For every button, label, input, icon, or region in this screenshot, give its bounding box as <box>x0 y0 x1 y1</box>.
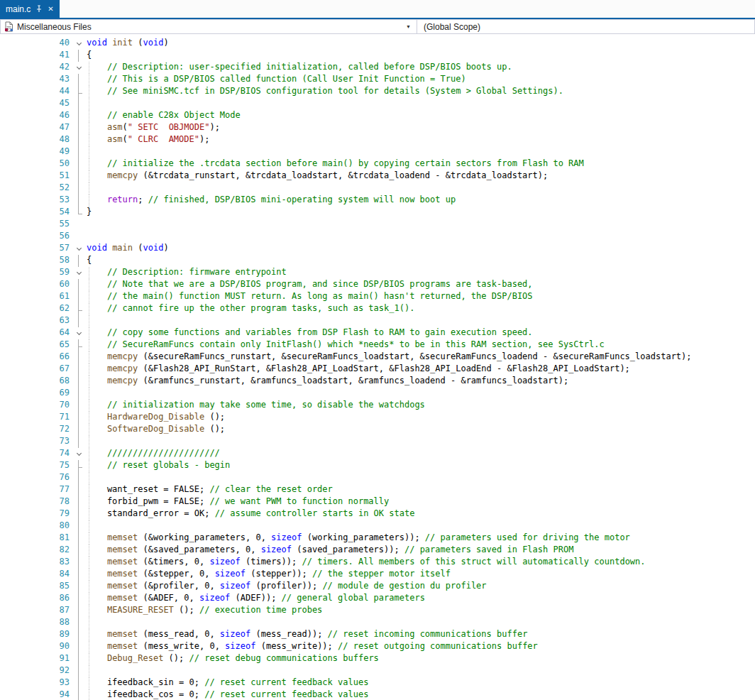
indent-guide <box>89 532 89 545</box>
line-number: 67 <box>0 363 72 376</box>
code-text: want_reset = FALSE; // clear the reset o… <box>86 484 755 496</box>
indent-guide <box>89 376 89 388</box>
code-line[interactable]: 86 memset (&ADEF, 0, sizeof (ADEF)); // … <box>0 593 755 605</box>
code-line[interactable]: 56 <box>0 231 755 243</box>
indent-guide <box>89 110 89 122</box>
code-text: SoftwareDog_Disable (); <box>86 424 755 436</box>
code-line[interactable]: 88 <box>0 617 755 629</box>
code-line[interactable]: 65 // SecureRamFuncs contain only InitFl… <box>0 339 755 351</box>
line-number: 78 <box>0 496 72 508</box>
fold-chevron-icon[interactable] <box>72 38 86 50</box>
code-line[interactable]: 74 ////////////////////// <box>0 448 755 460</box>
code-line[interactable]: 87 MEASURE_RESET (); // execution time p… <box>0 605 755 617</box>
code-line[interactable]: 75 // reset globals - begin <box>0 460 755 472</box>
indent-guide <box>89 195 89 207</box>
code-line[interactable]: 82 memset (&saved_parameters, 0, sizeof … <box>0 545 755 557</box>
code-line[interactable]: 85 memset (&profiler, 0, sizeof (profile… <box>0 581 755 593</box>
code-line[interactable]: 69 <box>0 388 755 400</box>
line-number: 45 <box>0 98 72 110</box>
fold-guide <box>72 581 86 593</box>
code-line[interactable]: 48 asm(" CLRC AMODE"); <box>0 134 755 146</box>
line-number: 90 <box>0 641 72 653</box>
indent-guide <box>89 472 89 484</box>
code-line[interactable]: 54} <box>0 207 755 219</box>
line-number: 46 <box>0 110 72 122</box>
code-line[interactable]: 94 ifeedback_cos = 0; // reset current f… <box>0 689 755 700</box>
line-number: 74 <box>0 448 72 460</box>
code-line[interactable]: 45 <box>0 98 755 110</box>
code-line[interactable]: 72 SoftwareDog_Disable (); <box>0 424 755 436</box>
line-number: 72 <box>0 424 72 436</box>
indent-guide <box>89 267 89 279</box>
line-number: 56 <box>0 231 72 243</box>
line-number: 61 <box>0 291 72 303</box>
close-icon[interactable]: ✕ <box>48 6 53 13</box>
fold-chevron-icon[interactable] <box>72 267 86 279</box>
indent-guide <box>89 170 89 182</box>
code-line[interactable]: 83 memset (&timers, 0, sizeof (timers));… <box>0 557 755 569</box>
code-line[interactable]: 92 <box>0 665 755 677</box>
code-line[interactable]: 43 // This is a DSP/BIOS called function… <box>0 74 755 86</box>
indent-guide <box>89 605 89 617</box>
code-line[interactable]: 81 memset (&working_parameters, 0, sizeo… <box>0 532 755 545</box>
fold-guide <box>72 303 86 315</box>
code-line[interactable]: 91 Debug_Reset (); // reset debug commun… <box>0 653 755 665</box>
code-line[interactable]: 80 <box>0 520 755 532</box>
code-line[interactable]: 44 // See miniSMC.tcf in DSP/BIOS config… <box>0 86 755 98</box>
fold-guide <box>72 255 86 267</box>
code-line[interactable]: 58{ <box>0 255 755 267</box>
code-line[interactable]: 41{ <box>0 50 755 62</box>
fold-chevron-icon[interactable] <box>72 62 86 74</box>
code-text <box>86 315 755 327</box>
code-text: // See miniSMC.tcf in DSP/BIOS configura… <box>86 86 755 98</box>
indent-guide <box>89 86 89 98</box>
line-number: 49 <box>0 146 72 158</box>
indent-guide <box>89 363 89 376</box>
code-line[interactable]: 62 // cannot fire up the other program t… <box>0 303 755 315</box>
code-line[interactable]: 50 // initialize the .trcdata section be… <box>0 158 755 170</box>
code-line[interactable]: 60 // Note that we are a DSP/BIOS progra… <box>0 279 755 291</box>
code-line[interactable]: 90 memset (mess_write, 0, sizeof (mess_w… <box>0 641 755 653</box>
code-line[interactable]: 79 standard_error = OK; // assume contro… <box>0 508 755 520</box>
code-area[interactable]: 40void init (void)41{42 // Description: … <box>0 34 755 700</box>
code-line[interactable]: 46 // enable C28x Object Mode <box>0 110 755 122</box>
code-line[interactable]: 57void main (void) <box>0 243 755 255</box>
line-number: 55 <box>0 219 72 231</box>
code-line[interactable]: 73 <box>0 436 755 448</box>
code-line[interactable]: 78 forbid_pwm = FALSE; // we want PWM to… <box>0 496 755 508</box>
code-line[interactable]: 71 HardwareDog_Disable (); <box>0 412 755 424</box>
code-line[interactable]: 67 memcpy (&Flash28_API_RunStart, &Flash… <box>0 363 755 376</box>
code-line[interactable]: 89 memset (mess_read, 0, sizeof (mess_re… <box>0 629 755 641</box>
code-line[interactable]: 53 return; // finished, DSP/BIOS mini-op… <box>0 195 755 207</box>
code-line[interactable]: 64 // copy some functions and variables … <box>0 327 755 339</box>
code-line[interactable]: 61 // the main() function MUST return. A… <box>0 291 755 303</box>
fold-chevron-icon[interactable] <box>72 243 86 255</box>
fold-chevron-icon[interactable] <box>72 448 86 460</box>
scope-dropdown[interactable]: (Global Scope) <box>417 20 754 33</box>
fold-guide <box>72 472 86 484</box>
fold-chevron-icon[interactable] <box>72 327 86 339</box>
fold-guide <box>72 279 86 291</box>
code-line[interactable]: 47 asm(" SETC OBJMODE"); <box>0 122 755 134</box>
code-line[interactable]: 77 want_reset = FALSE; // clear the rese… <box>0 484 755 496</box>
code-line[interactable]: 55 <box>0 219 755 231</box>
code-line[interactable]: 76 <box>0 472 755 484</box>
code-line[interactable]: 63 <box>0 315 755 327</box>
code-line[interactable]: 49 <box>0 146 755 158</box>
code-line[interactable]: 84 memset (&stepper, 0, sizeof (stepper)… <box>0 569 755 581</box>
code-line[interactable]: 52 <box>0 182 755 195</box>
code-line[interactable]: 68 memcpy (&ramfuncs_runstart, &ramfuncs… <box>0 376 755 388</box>
code-line[interactable]: 40void init (void) <box>0 38 755 50</box>
project-dropdown[interactable]: Miscellaneous Files ▼ <box>1 20 417 33</box>
code-line[interactable]: 93 ifeedback_sin = 0; // reset current f… <box>0 677 755 689</box>
code-line[interactable]: 70 // initialization may take some time,… <box>0 400 755 412</box>
pin-icon[interactable] <box>35 5 43 13</box>
line-number: 91 <box>0 653 72 665</box>
code-line[interactable]: 66 memcpy (&secureRamFuncs_runstart, &se… <box>0 351 755 363</box>
code-line[interactable]: 51 memcpy (&trcdata_runstart, &trcdata_l… <box>0 170 755 182</box>
tab-main-c[interactable]: main.c ✕ <box>0 0 60 18</box>
code-line[interactable]: 42 // Description: user-specified initia… <box>0 62 755 74</box>
line-number: 50 <box>0 158 72 170</box>
code-line[interactable]: 59 // Description: firmware entrypoint <box>0 267 755 279</box>
line-number: 69 <box>0 388 72 400</box>
